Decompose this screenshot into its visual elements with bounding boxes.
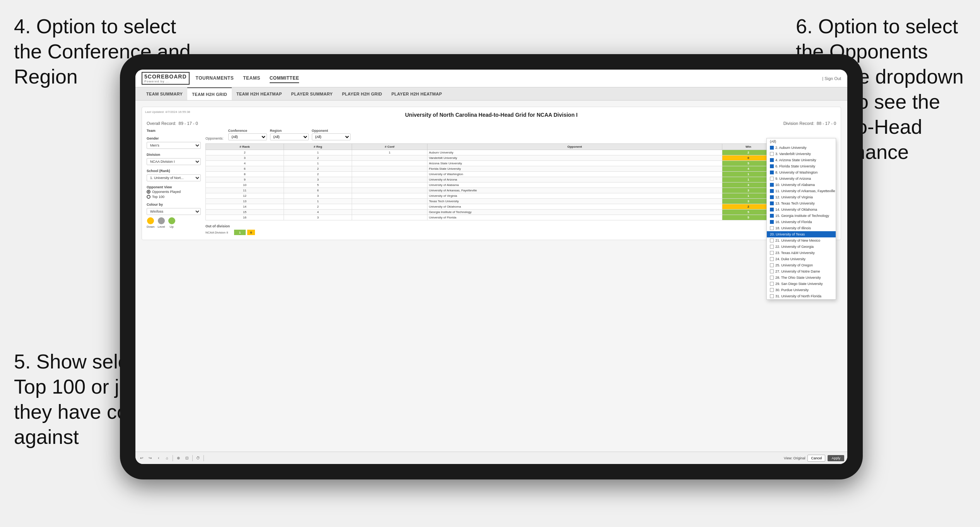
dropdown-item[interactable]: 20. University of Texas xyxy=(767,231,836,237)
checkbox xyxy=(770,189,774,193)
table-row: 13 1 Texas Tech University 3 0 xyxy=(206,199,836,204)
division-label: Division Record: xyxy=(783,121,814,126)
checkbox xyxy=(770,288,774,292)
legend-level: Level xyxy=(157,217,165,229)
opponent-cell: University of Alabama xyxy=(427,182,722,188)
checkbox xyxy=(770,214,774,218)
checkbox xyxy=(770,263,774,267)
reg-cell: 2 xyxy=(284,172,352,177)
subnav-player-h2h-grid[interactable]: PLAYER H2H GRID xyxy=(337,87,387,100)
dropdown-item[interactable]: 10. University of Alabama xyxy=(767,182,836,188)
dropdown-item[interactable]: 12. University of Virginia xyxy=(767,194,836,200)
dropdown-item[interactable]: 15. Georgia Institute of Technology xyxy=(767,213,836,219)
conference-label: Conference xyxy=(228,129,267,133)
dropdown-item[interactable]: 30. Purdue University xyxy=(767,287,836,293)
dropdown-item[interactable]: 25. University of Oregon xyxy=(767,262,836,268)
conf-cell xyxy=(352,182,427,188)
rank-cell: 10 xyxy=(206,182,284,188)
colour-by-section: Colour by Win/loss Down xyxy=(147,203,201,229)
nav-teams[interactable]: TEAMS xyxy=(243,74,260,83)
dropdown-item[interactable]: 14. University of Oklahoma xyxy=(767,206,836,213)
dropdown-item[interactable]: 11. University of Arkansas, Fayetteville xyxy=(767,188,836,194)
col-opponent: Opponent xyxy=(427,144,722,150)
subnav-player-h2h-heatmap[interactable]: PLAYER H2H HEATMAP xyxy=(387,87,447,100)
sign-out[interactable]: | Sign Out xyxy=(822,76,841,81)
reg-cell: 5 xyxy=(284,182,352,188)
dropdown-item[interactable]: 2. Auburn University xyxy=(767,145,836,151)
gender-select[interactable]: Men's xyxy=(147,142,201,149)
opponent-cell: University of Virginia xyxy=(427,193,722,199)
dropdown-item[interactable]: 3. Vanderbilt University xyxy=(767,151,836,157)
dropdown-item[interactable]: 13. Texas Tech University xyxy=(767,200,836,206)
subnav-team-h2h-grid[interactable]: TEAM H2H GRID xyxy=(187,87,232,100)
apply-button[interactable]: Apply xyxy=(828,455,844,461)
opponent-cell: Florida State University xyxy=(427,166,722,172)
conf-cell xyxy=(352,188,427,193)
legend-down-dot xyxy=(147,217,154,224)
reg-cell: 2 xyxy=(284,204,352,210)
reg-cell: 2 xyxy=(284,166,352,172)
card-records: Overall Record: 89 - 17 - 0 Division Rec… xyxy=(147,121,836,126)
dropdown-item[interactable]: 27. University of Notre Dame xyxy=(767,268,836,275)
subnav-team-summary[interactable]: TEAM SUMMARY xyxy=(142,87,187,100)
bottom-toolbar: ↩ ↪ ‹ ⌂ ⊕ ⊡ ⏱ View: Original Cancel Appl… xyxy=(135,452,847,464)
subnav-team-h2h-heatmap[interactable]: TEAM H2H HEATMAP xyxy=(232,87,287,100)
conf-cell xyxy=(352,161,427,166)
table-row: 4 1 Arizona State University 5 1 xyxy=(206,161,836,166)
checkbox xyxy=(770,251,774,255)
dropdown-item[interactable]: 28. The Ohio State University xyxy=(767,275,836,281)
back-icon[interactable]: ‹ xyxy=(156,455,162,461)
redo-icon[interactable]: ↪ xyxy=(147,455,153,461)
last-updated: Last Updated: 4/7/2024 16:55:38 xyxy=(145,110,190,114)
opponent-view-label: Opponent View xyxy=(147,185,201,189)
school-label: School (Rank) xyxy=(147,169,201,173)
tablet-screen: 5COREBOARD Powered by ... TOURNAMENTS TE… xyxy=(135,70,847,464)
rank-cell: 12 xyxy=(206,193,284,199)
dropdown-item[interactable]: 29. San Diego State University xyxy=(767,281,836,287)
colour-by-select[interactable]: Win/loss xyxy=(147,208,201,215)
clock-icon[interactable]: ⏱ xyxy=(195,455,201,461)
opponents-played-radio[interactable]: Opponents Played xyxy=(147,190,201,194)
fit-icon[interactable]: ⊡ xyxy=(184,455,190,461)
conference-select[interactable]: (All) xyxy=(228,133,267,140)
dropdown-item[interactable]: 24. Duke University xyxy=(767,256,836,262)
dropdown-item[interactable]: 23. Texas A&M University xyxy=(767,250,836,256)
rank-cell: 11 xyxy=(206,188,284,193)
legend-up-dot xyxy=(168,217,175,224)
zoom-icon[interactable]: ⊕ xyxy=(175,455,181,461)
dropdown-item[interactable]: 22. University of Georgia xyxy=(767,244,836,250)
region-select[interactable]: (All) xyxy=(270,133,309,140)
legend: Down Level Up xyxy=(147,217,201,229)
dropdown-item[interactable]: 21. University of New Mexico xyxy=(767,237,836,244)
reg-cell: 1 xyxy=(284,199,352,204)
dropdown-item[interactable]: 6. Florida State University xyxy=(767,163,836,169)
dropdown-item[interactable]: 4. Arizona State University xyxy=(767,157,836,163)
table-row: 16 3 University of Florida 5 1 xyxy=(206,215,836,220)
checkbox xyxy=(770,276,774,280)
division-select[interactable]: NCAA Division I xyxy=(147,158,201,165)
dropdown-item[interactable]: 16. University of Florida xyxy=(767,219,836,225)
subnav-player-summary[interactable]: PLAYER SUMMARY xyxy=(287,87,337,100)
conf-cell xyxy=(352,166,427,172)
dropdown-item[interactable]: (All) xyxy=(767,138,836,145)
top-100-radio[interactable]: Top 100 xyxy=(147,195,201,199)
undo-icon[interactable]: ↩ xyxy=(139,455,145,461)
nav-committee[interactable]: COMMITTEE xyxy=(270,74,299,83)
checkbox xyxy=(770,245,774,249)
opponent-filter: Opponent (All) xyxy=(312,129,351,140)
table-row: 10 5 University of Alabama 3 0 xyxy=(206,182,836,188)
opponent-select[interactable]: (All) xyxy=(312,133,351,140)
dropdown-item[interactable]: 31. University of North Florida xyxy=(767,293,836,299)
dropdown-item[interactable]: 8. University of Washington xyxy=(767,169,836,176)
rank-cell: 3 xyxy=(206,155,284,161)
dropdown-item[interactable]: 18. University of Illinois xyxy=(767,225,836,231)
school-select[interactable]: 1. University of Nort... xyxy=(147,174,201,181)
legend-down: Down xyxy=(147,217,154,229)
out-of-division-label: Out of division xyxy=(205,224,836,228)
cancel-button[interactable]: Cancel xyxy=(807,455,825,462)
nav-tournaments[interactable]: TOURNAMENTS xyxy=(196,74,234,83)
dropdown-item[interactable]: 9. University of Arizona xyxy=(767,176,836,182)
opponent-dropdown[interactable]: (All)2. Auburn University3. Vanderbilt U… xyxy=(766,138,836,300)
logo-text: 5COREBOARD xyxy=(144,73,187,80)
home-icon[interactable]: ⌂ xyxy=(164,455,170,461)
